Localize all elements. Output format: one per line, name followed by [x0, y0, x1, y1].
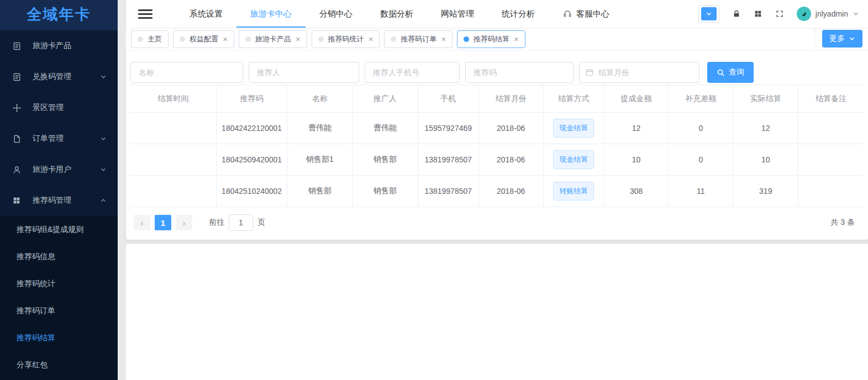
theme-select[interactable] — [698, 5, 719, 23]
sidebar-subitem[interactable]: 推荐码统计 — [0, 270, 118, 297]
table-row: 18042509420001销售部1销售部138199785072018-06现… — [130, 144, 864, 176]
tag-label: 推荐码结算 — [474, 34, 509, 44]
sidebar-subitem[interactable]: 推荐码订单 — [0, 297, 118, 324]
tag-dot — [391, 36, 396, 42]
user-menu[interactable]: jnlyadmin — [797, 7, 859, 21]
filter-input[interactable] — [130, 62, 243, 83]
sidebar-subitem[interactable]: 推荐码组&提成规则 — [0, 216, 118, 243]
nav-link-label: 数据分析 — [380, 9, 413, 19]
close-icon[interactable]: × — [514, 35, 519, 43]
nav-link[interactable]: 系统设置 — [176, 0, 236, 28]
calendar-icon — [585, 68, 594, 77]
tag-label: 旅游卡产品 — [255, 34, 291, 44]
page-tag[interactable]: 旅游卡产品× — [239, 30, 307, 48]
sidebar-submenu: 推荐码组&提成规则推荐码信息推荐码统计推荐码订单推荐码结算分享红包 — [0, 216, 118, 380]
goto-page-input[interactable] — [229, 214, 253, 231]
sidebar-item-label: 景区管理 — [33, 103, 107, 113]
page-tag[interactable]: 推荐码结算× — [457, 30, 525, 48]
nav-link[interactable]: 数据分析 — [366, 0, 427, 28]
close-icon[interactable]: × — [441, 35, 446, 43]
hamburger-menu-icon[interactable] — [138, 9, 152, 19]
column-header: 名称 — [287, 85, 353, 113]
page-tag[interactable]: 权益配置× — [173, 30, 234, 48]
sidebar-subitem[interactable]: 分享红包 — [0, 351, 118, 378]
table-header-row: 结算时间推荐码名称推广人手机结算月份结算方式提成金额补充差额实际结算结算备注 — [130, 85, 864, 113]
close-icon[interactable]: × — [369, 35, 373, 43]
chevron-down-icon — [100, 135, 107, 142]
navbar-right: jnlyadmin — [698, 5, 868, 23]
prev-page-button[interactable]: ‹ — [134, 215, 150, 230]
filter-input[interactable] — [579, 62, 699, 83]
sidebar-item[interactable]: 兑换码管理 — [0, 61, 118, 92]
table-cell — [798, 176, 864, 207]
tag-label: 主页 — [148, 34, 162, 44]
sidebar-item[interactable]: 景区管理 — [0, 92, 118, 123]
nav-link[interactable]: 统计分析 — [488, 0, 549, 28]
filter-input[interactable] — [465, 62, 574, 83]
tag-bar: 主页权益配置×旅游卡产品×推荐码统计×推荐码订单×推荐码结算× 更多 — [126, 28, 868, 51]
column-header: 结算时间 — [130, 85, 216, 113]
nav-link-label: 系统设置 — [190, 9, 223, 19]
column-header: 实际结算 — [733, 85, 798, 113]
page-tag[interactable]: 主页 — [131, 30, 169, 48]
page-unit-label: 页 — [257, 218, 265, 228]
column-header: 手机 — [418, 85, 478, 113]
table-cell: 2018-06 — [478, 176, 543, 207]
table-cell: 现金结算 — [543, 113, 604, 144]
table-cell: 10 — [733, 144, 798, 176]
sidebar-item[interactable]: 旅游卡用户 — [0, 154, 118, 185]
app-logo: 全域年卡 — [0, 0, 118, 30]
column-header: 推荐码 — [216, 85, 287, 113]
table-cell: 0 — [669, 113, 733, 144]
file-icon — [12, 134, 23, 144]
chevron-down-icon — [849, 35, 855, 42]
total-count-label: 共 3 条 — [830, 218, 855, 228]
table-body: 18042422120001曹伟能曹伟能159579274692018-06现金… — [130, 113, 864, 207]
next-page-button[interactable]: › — [176, 215, 192, 230]
lock-icon[interactable] — [732, 9, 741, 18]
filter-input[interactable] — [365, 62, 460, 83]
chevron-down-icon — [853, 10, 859, 17]
close-icon[interactable]: × — [223, 35, 228, 43]
chevron-down-icon — [100, 166, 107, 173]
table-row: 18042510240002销售部销售部138199785072018-06转账… — [130, 176, 864, 207]
page-1-button[interactable]: 1 — [155, 215, 171, 230]
table-cell: 10 — [604, 144, 669, 176]
search-button[interactable]: 查询 — [707, 62, 754, 83]
table-cell: 15957927469 — [418, 113, 478, 144]
sidebar-subitem[interactable]: 推荐码结算 — [0, 324, 118, 351]
table-cell — [130, 144, 216, 176]
apps-grid-icon[interactable] — [754, 9, 762, 18]
sidebar-item[interactable]: 推荐码管理 — [0, 185, 118, 216]
more-tags-label: 更多 — [829, 34, 845, 44]
settlement-method-badge: 转账结算 — [553, 182, 594, 200]
table-cell: 销售部 — [353, 176, 418, 207]
settlement-method-badge: 现金结算 — [553, 119, 594, 138]
table-cell: 销售部1 — [287, 144, 353, 176]
close-icon[interactable]: × — [296, 35, 301, 43]
nav-link[interactable]: 旅游卡中心 — [236, 0, 306, 28]
nav-link[interactable]: 网站管理 — [427, 0, 488, 28]
tag-dot — [138, 36, 143, 42]
sidebar-item[interactable]: 订单管理 — [0, 123, 118, 154]
page-tag[interactable]: 推荐码统计× — [312, 30, 380, 48]
avatar — [797, 7, 811, 21]
main-area: 系统设置旅游卡中心分销中心数据分析网站管理统计分析客服中心 jnlyadmin … — [126, 0, 868, 380]
fullscreen-icon[interactable] — [775, 9, 784, 18]
more-tags-button[interactable]: 更多 — [822, 30, 862, 48]
sidebar-subitem[interactable]: 推荐码信息 — [0, 243, 118, 270]
document-icon — [12, 72, 23, 82]
table-cell — [130, 176, 216, 207]
chevron-up-icon — [100, 197, 107, 204]
nav-link[interactable]: 分销中心 — [306, 0, 366, 28]
page-tag[interactable]: 推荐码订单× — [384, 30, 453, 48]
sidebar-item-label: 旅游卡产品 — [33, 41, 107, 51]
table-cell: 18042509420001 — [216, 144, 287, 176]
document-icon — [12, 41, 23, 51]
sidebar-item[interactable]: 旅游卡产品 — [0, 30, 118, 61]
filter-input[interactable] — [249, 62, 359, 83]
sidebar-item-label: 订单管理 — [33, 134, 100, 144]
nav-link[interactable]: 客服中心 — [549, 0, 623, 28]
empty-content-panel — [126, 244, 868, 380]
table-cell: 曹伟能 — [287, 113, 353, 144]
